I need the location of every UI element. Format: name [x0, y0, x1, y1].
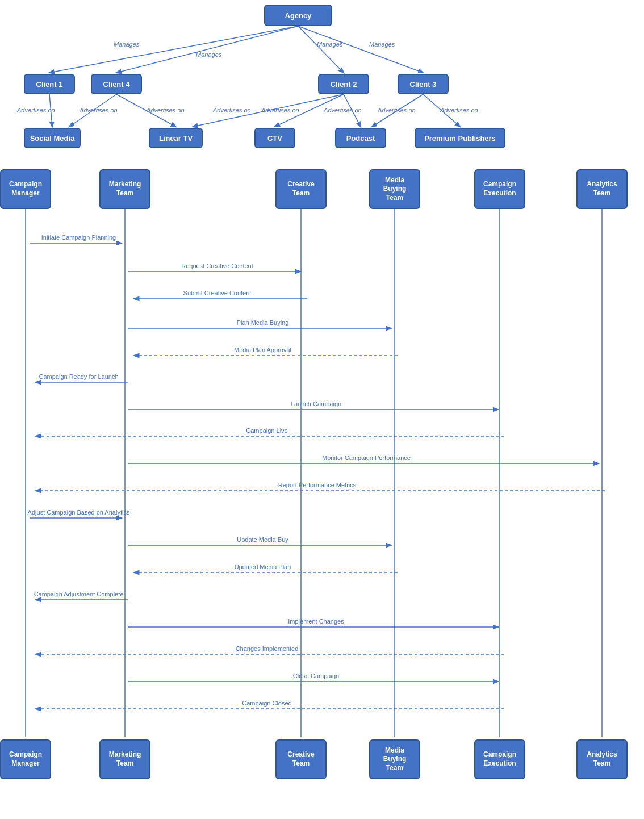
actor-footer-mbt: Media Buying Team — [369, 739, 420, 779]
actor-footer-ce: Campaign Execution — [474, 739, 525, 779]
actor-footer-cm: Campaign Manager — [0, 739, 51, 779]
edge-label-1: Manages — [196, 51, 221, 58]
svg-text:Submit Creative Content: Submit Creative Content — [183, 290, 252, 296]
svg-text:Media Plan Approval: Media Plan Approval — [234, 346, 291, 353]
actor-footer-at: Analytics Team — [576, 739, 628, 779]
node-client2: Client 2 — [318, 74, 369, 94]
node-ctv: CTV — [254, 128, 295, 148]
actor-header-at: Analytics Team — [576, 169, 628, 209]
actor-footer-ct: Creative Team — [275, 739, 327, 779]
svg-text:Changes Implemented: Changes Implemented — [236, 645, 299, 652]
edge-label-0: Manages — [114, 41, 139, 48]
seq-header: Campaign ManagerMarketing TeamCreative T… — [0, 169, 644, 209]
node-social: Social Media — [24, 128, 81, 148]
svg-text:Update Media Buy: Update Media Buy — [237, 536, 288, 543]
actor-header-mbt: Media Buying Team — [369, 169, 420, 209]
svg-text:Implement Changes: Implement Changes — [288, 618, 344, 625]
node-client3: Client 3 — [398, 74, 449, 94]
sequence-diagram: Campaign ManagerMarketing TeamCreative T… — [0, 169, 644, 779]
svg-line-3 — [298, 26, 423, 73]
svg-text:Request Creative Content: Request Creative Content — [181, 262, 253, 269]
actor-header-ct: Creative Team — [275, 169, 327, 209]
edge-label-8: Advertises on — [261, 107, 299, 114]
svg-text:Close Campaign: Close Campaign — [293, 672, 339, 679]
seq-svg: Initiate Campaign PlanningRequest Creati… — [0, 209, 644, 737]
edge-label-11: Advertises on — [440, 107, 478, 114]
top-diagram: AgencyClient 1Client 4Client 2Client 3So… — [0, 0, 644, 165]
svg-line-1 — [116, 26, 298, 73]
svg-line-0 — [49, 26, 298, 73]
actor-footer-mt: Marketing Team — [99, 739, 150, 779]
svg-text:Report Performance Metrics: Report Performance Metrics — [278, 482, 357, 488]
svg-text:Launch Campaign: Launch Campaign — [291, 400, 341, 407]
node-agency: Agency — [264, 5, 332, 26]
edge-label-2: Manages — [317, 41, 342, 48]
svg-text:Monitor Campaign Performance: Monitor Campaign Performance — [322, 454, 411, 461]
node-podcast: Podcast — [335, 128, 386, 148]
edge-label-5: Advertises on — [80, 107, 118, 114]
edge-label-7: Advertises on — [213, 107, 251, 114]
svg-text:Campaign Adjustment Complete: Campaign Adjustment Complete — [34, 591, 124, 597]
svg-line-2 — [298, 26, 344, 73]
svg-text:Updated Media Plan: Updated Media Plan — [235, 563, 291, 570]
svg-text:Adjust Campaign Based on Analy: Adjust Campaign Based on Analytics — [28, 509, 130, 516]
svg-text:Initiate Campaign Planning: Initiate Campaign Planning — [41, 234, 116, 241]
svg-text:Plan Media Buying: Plan Media Buying — [237, 319, 289, 326]
edge-label-9: Advertises on — [324, 107, 362, 114]
edge-label-10: Advertises on — [378, 107, 416, 114]
edge-label-4: Advertises on — [17, 107, 55, 114]
edge-label-6: Advertises on — [147, 107, 185, 114]
node-premium: Premium Publishers — [415, 128, 505, 148]
node-lineartv: Linear TV — [149, 128, 203, 148]
seq-footer: Campaign ManagerMarketing TeamCreative T… — [0, 739, 644, 779]
actor-header-cm: Campaign Manager — [0, 169, 51, 209]
actor-header-mt: Marketing Team — [99, 169, 150, 209]
edge-label-3: Manages — [369, 41, 395, 48]
actor-header-ce: Campaign Execution — [474, 169, 525, 209]
node-client1: Client 1 — [24, 74, 75, 94]
svg-text:Campaign Closed: Campaign Closed — [242, 700, 291, 707]
svg-text:Campaign Ready for Launch: Campaign Ready for Launch — [39, 373, 118, 380]
node-client4: Client 4 — [91, 74, 142, 94]
svg-text:Campaign Live: Campaign Live — [246, 427, 287, 434]
seq-lifelines: Initiate Campaign PlanningRequest Creati… — [0, 209, 644, 737]
